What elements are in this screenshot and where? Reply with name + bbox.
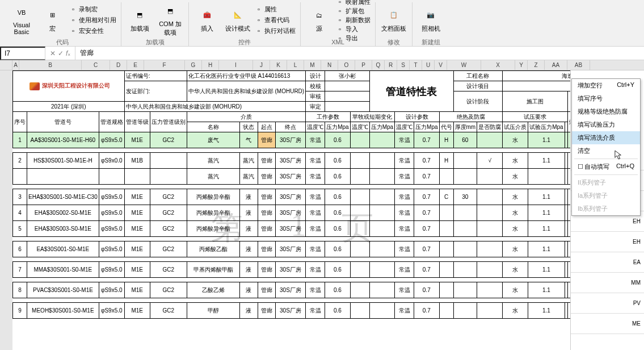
table-cell[interactable] bbox=[453, 153, 477, 169]
table-cell[interactable]: 管廊 bbox=[258, 189, 275, 205]
ribbon-button[interactable]: 🧰插入 bbox=[193, 2, 221, 38]
table-cell[interactable]: 丙烯酸异辛酯 bbox=[187, 205, 240, 221]
table-cell[interactable]: EHA$30S003-S0-M1E bbox=[27, 221, 99, 237]
cancel-icon[interactable]: ✕ bbox=[50, 49, 56, 57]
table-cell[interactable]: 常温 bbox=[395, 241, 414, 257]
column-header[interactable]: Z bbox=[528, 60, 545, 70]
column-header[interactable]: AA bbox=[545, 60, 567, 70]
column-header[interactable]: R bbox=[385, 60, 397, 70]
table-cell[interactable] bbox=[350, 303, 369, 319]
table-cell[interactable]: GC2 bbox=[150, 303, 187, 319]
column-header[interactable]: X bbox=[481, 60, 515, 70]
table-cell[interactable]: MEOH$30S001-S0-M1E bbox=[27, 303, 99, 319]
table-cell[interactable]: 常温 bbox=[306, 241, 325, 257]
table-cell[interactable] bbox=[150, 153, 187, 169]
column-header[interactable]: E bbox=[127, 60, 144, 70]
table-cell[interactable]: 蒸汽 bbox=[240, 153, 258, 169]
grid[interactable]: 第 1 页 深圳天阳工程设计有限公司证书编号:化工石化医药行业专业甲级 A144… bbox=[12, 70, 644, 350]
table-cell[interactable]: M1E bbox=[124, 221, 150, 237]
table-cell[interactable]: M1E bbox=[124, 241, 150, 257]
table-cell[interactable] bbox=[369, 132, 394, 148]
table-cell[interactable]: 丙烯酸异辛酯 bbox=[187, 221, 240, 237]
table-cell[interactable] bbox=[27, 169, 99, 185]
table-cell[interactable]: 常温 bbox=[306, 132, 325, 148]
table-cell[interactable]: 丙烯酸异辛酯 bbox=[187, 189, 240, 205]
fx-icon[interactable]: fₓ bbox=[66, 49, 70, 57]
column-header[interactable]: T bbox=[410, 60, 422, 70]
table-cell[interactable]: GC2 bbox=[150, 282, 187, 298]
table-cell[interactable]: 0.7 bbox=[414, 303, 439, 319]
table-row[interactable]: 蒸汽蒸汽管廊30S厂房常温0.6常温0.7水RTⅢ-10%空气0.7MPa1 bbox=[13, 169, 645, 185]
table-cell[interactable]: 30S厂房 bbox=[275, 303, 305, 319]
table-cell[interactable]: 常温 bbox=[306, 221, 325, 237]
column-header[interactable]: M bbox=[304, 60, 321, 70]
table-cell[interactable]: 30S厂房 bbox=[275, 241, 305, 257]
table-cell[interactable]: 甲醇 bbox=[187, 303, 240, 319]
table-cell[interactable] bbox=[439, 221, 453, 237]
table-cell[interactable] bbox=[350, 282, 369, 298]
ribbon-small-button[interactable]: ▫执行对话框 bbox=[255, 26, 296, 36]
column-header[interactable]: Q bbox=[372, 60, 385, 70]
table-cell[interactable]: 常温 bbox=[306, 169, 325, 185]
table-cell[interactable] bbox=[477, 205, 503, 221]
table-cell[interactable]: 8 bbox=[13, 282, 27, 298]
table-cell[interactable]: 2 bbox=[13, 153, 27, 169]
table-cell[interactable] bbox=[453, 303, 477, 319]
table-cell[interactable] bbox=[369, 241, 394, 257]
table-cell[interactable]: 0.7 bbox=[414, 169, 439, 185]
table-cell[interactable]: 气 bbox=[240, 132, 258, 148]
column-header[interactable]: O bbox=[338, 60, 355, 70]
table-cell[interactable] bbox=[528, 169, 565, 185]
column-header[interactable]: I bbox=[219, 60, 253, 70]
table-cell[interactable]: 0.7 bbox=[414, 153, 439, 169]
table-cell[interactable]: 1.1 bbox=[528, 205, 565, 221]
table-cell[interactable] bbox=[439, 205, 453, 221]
table-row[interactable]: 6EA$30S001-S0-M1EφS9x5.0M1EGC2丙烯酸乙酯液管廊30… bbox=[13, 241, 645, 257]
select-all-triangle[interactable] bbox=[0, 60, 12, 70]
table-cell[interactable] bbox=[439, 169, 453, 185]
table-cell[interactable] bbox=[369, 169, 394, 185]
table-cell[interactable]: 1.1 bbox=[528, 241, 565, 257]
table-cell[interactable] bbox=[369, 282, 394, 298]
table-cell[interactable]: 液 bbox=[240, 282, 258, 298]
table-cell[interactable]: φS9x5.0 bbox=[99, 282, 124, 298]
table-cell[interactable]: 30S厂房 bbox=[275, 169, 305, 185]
table-cell[interactable]: EHA$30S002-S0-M1E bbox=[27, 205, 99, 221]
table-cell[interactable] bbox=[477, 241, 503, 257]
table-cell[interactable]: 1 bbox=[13, 132, 27, 148]
table-cell[interactable]: 1.1 bbox=[528, 262, 565, 278]
ribbon-button[interactable]: VBVisual Basic bbox=[8, 2, 35, 38]
table-cell[interactable]: 水 bbox=[503, 169, 528, 185]
table-cell[interactable]: M1B bbox=[124, 153, 150, 169]
table-cell[interactable]: 水 bbox=[503, 262, 528, 278]
table-cell[interactable]: M1E bbox=[124, 205, 150, 221]
table-cell[interactable]: 液 bbox=[240, 262, 258, 278]
table-cell[interactable]: 蒸汽 bbox=[187, 169, 240, 185]
table-cell[interactable]: 常温 bbox=[395, 153, 414, 169]
table-cell[interactable] bbox=[350, 153, 369, 169]
table-cell[interactable]: 水 bbox=[503, 205, 528, 221]
table-cell[interactable]: 0.6 bbox=[325, 241, 350, 257]
table-cell[interactable]: 9 bbox=[13, 303, 27, 319]
table-cell[interactable]: 30 bbox=[453, 189, 477, 205]
table-cell[interactable]: 30S厂房 bbox=[275, 205, 305, 221]
table-cell[interactable] bbox=[439, 241, 453, 257]
formula-input[interactable] bbox=[75, 49, 644, 57]
ribbon-small-button[interactable]: ▫导入 bbox=[336, 25, 371, 34]
table-cell[interactable]: GC2 bbox=[150, 241, 187, 257]
table-cell[interactable]: 废气 bbox=[187, 132, 240, 148]
table-cell[interactable] bbox=[369, 221, 394, 237]
table-cell[interactable]: C bbox=[439, 189, 453, 205]
table-cell[interactable] bbox=[477, 282, 503, 298]
table-cell[interactable]: 0.6 bbox=[325, 303, 350, 319]
table-cell[interactable] bbox=[453, 169, 477, 185]
table-cell[interactable]: φS9x0.0 bbox=[99, 153, 124, 169]
column-header[interactable]: P bbox=[355, 60, 372, 70]
table-cell[interactable]: 水 bbox=[503, 282, 528, 298]
table-row[interactable]: 4EHA$30S002-S0-M1EφS9x5.0M1EGC2丙烯酸异辛酯液管廊… bbox=[13, 205, 645, 221]
table-cell[interactable]: 0.7 bbox=[414, 262, 439, 278]
column-header[interactable]: V bbox=[435, 60, 447, 70]
table-cell[interactable]: GC2 bbox=[150, 221, 187, 237]
table-cell[interactable]: 0.6 bbox=[325, 262, 350, 278]
table-cell[interactable]: M1E bbox=[124, 303, 150, 319]
